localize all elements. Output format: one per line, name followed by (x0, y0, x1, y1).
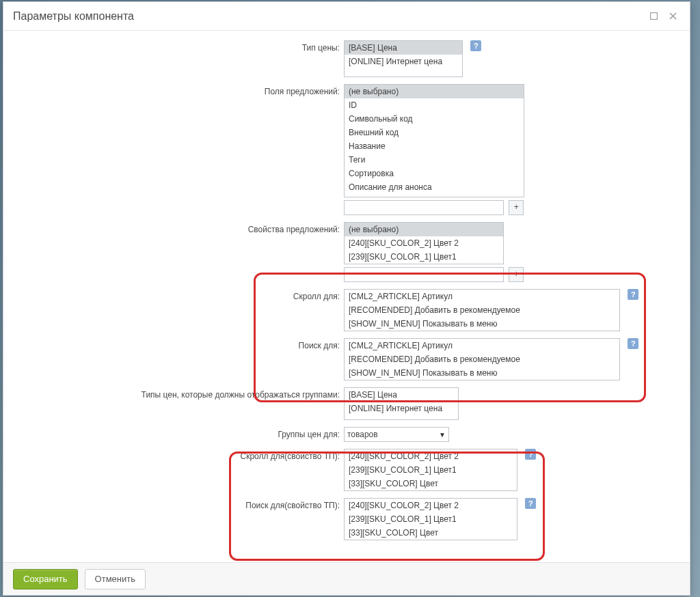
list-item[interactable]: Сортировка (345, 167, 524, 180)
label-search-for: Поиск для: (16, 337, 344, 386)
scroll-area[interactable]: Тип цены: [BASE] Цена [ONLINE] Интернет … (16, 39, 677, 562)
list-item[interactable]: [BASE] Цена (345, 388, 458, 402)
help-icon[interactable]: ? (525, 498, 536, 509)
list-item[interactable]: Теги (345, 153, 524, 167)
cancel-button[interactable]: Отменить (85, 569, 146, 589)
list-item[interactable]: [239][SKU_COLOR_1] Цвет1 (345, 512, 517, 526)
dialog: Параметры компонента Тип цены: [BASE] Це… (3, 1, 690, 596)
list-item[interactable]: [RECOMENDED] Добавить в рекомендуемое (345, 352, 619, 366)
list-item[interactable]: [CML2_ARTICKLE] Артикул (345, 290, 619, 303)
content: Тип цены: [BASE] Цена [ONLINE] Интернет … (3, 31, 690, 562)
listbox-offer-fields[interactable]: (не выбрано) ID Символьный код Внешний к… (344, 84, 524, 197)
list-item[interactable]: Описание для анонса (345, 180, 524, 194)
svg-rect-0 (650, 13, 657, 20)
list-item[interactable]: ID (345, 98, 524, 112)
list-item[interactable]: [33][SKU_COLOR] Цвет (345, 526, 517, 540)
listbox-offer-props[interactable]: (не выбрано) [240][SKU_COLOR_2] Цвет 2 [… (344, 222, 504, 264)
list-item[interactable]: Внешний код (345, 126, 524, 139)
maximize-icon[interactable] (646, 9, 661, 24)
list-item[interactable]: [SHOW_IN_MENU] Показывать в меню (345, 366, 619, 380)
list-item[interactable]: [240][SKU_COLOR_2] Цвет 2 (345, 236, 503, 250)
add-button[interactable]: + (509, 267, 524, 282)
listbox-search-for[interactable]: [CML2_ARTICKLE] Артикул [RECOMENDED] Доб… (344, 338, 620, 380)
close-icon[interactable] (665, 9, 680, 24)
label-scroll-for-tp: Скролл для(свойство ТП): (16, 447, 344, 497)
dropdown-price-groups-for[interactable]: товаров ▼ (344, 427, 449, 442)
chevron-down-icon: ▼ (439, 431, 446, 439)
list-item[interactable]: [ONLINE] Интернет цена (345, 402, 458, 415)
list-item[interactable]: Символьный код (345, 112, 524, 126)
listbox-scroll-for-tp[interactable]: [240][SKU_COLOR_2] Цвет 2 [239][SKU_COLO… (344, 449, 517, 491)
label-search-for-tp: Поиск для(свойство ТП): (16, 497, 344, 546)
dropdown-value: товаров (347, 430, 378, 439)
dialog-footer: Сохранить Отменить (3, 562, 690, 595)
listbox-scroll-for[interactable]: [CML2_ARTICKLE] Артикул [RECOMENDED] Доб… (344, 289, 620, 331)
help-icon[interactable]: ? (470, 40, 481, 51)
list-item[interactable]: (не выбрано) (345, 85, 524, 98)
listbox-search-for-tp[interactable]: [240][SKU_COLOR_2] Цвет 2 [239][SKU_COLO… (344, 498, 517, 540)
list-item[interactable]: [RECOMENDED] Добавить в рекомендуемое (345, 303, 619, 317)
list-item[interactable]: [240][SKU_COLOR_2] Цвет 2 (345, 499, 517, 512)
list-item[interactable]: [CML2_ARTICKLE] Артикул (345, 339, 619, 352)
offer-props-input[interactable] (344, 267, 504, 282)
list-item[interactable]: (не выбрано) (345, 223, 503, 236)
list-item[interactable]: [240][SKU_COLOR_2] Цвет 2 (345, 449, 517, 463)
add-button[interactable]: + (509, 200, 524, 215)
list-item[interactable]: Название (345, 139, 524, 153)
offer-fields-input[interactable] (344, 200, 504, 215)
help-icon[interactable]: ? (525, 449, 536, 460)
label-price-types-groups: Типы цен, которые должны отображаться гр… (16, 386, 344, 426)
help-icon[interactable]: ? (628, 338, 638, 349)
list-item[interactable]: [SHOW_IN_MENU] Показывать в меню (345, 317, 619, 331)
dialog-title: Параметры компонента (13, 10, 642, 23)
label-offer-fields: Поля предложений: (16, 83, 344, 221)
listbox-price-type[interactable]: [BASE] Цена [ONLINE] Интернет цена (344, 40, 463, 77)
label-price-type: Тип цены: (16, 39, 344, 83)
label-offer-props: Свойства предложений: (16, 221, 344, 288)
help-icon[interactable]: ? (628, 289, 638, 300)
label-scroll-for: Скролл для: (16, 288, 344, 337)
listbox-price-types-groups[interactable]: [BASE] Цена [ONLINE] Интернет цена (344, 387, 459, 420)
list-item[interactable]: [BASE] Цена (345, 41, 462, 55)
save-button[interactable]: Сохранить (13, 569, 78, 589)
list-item[interactable]: [33][SKU_COLOR] Цвет (345, 477, 517, 490)
list-item[interactable]: [239][SKU_COLOR_1] Цвет1 (345, 463, 517, 477)
params-form: Тип цены: [BASE] Цена [ONLINE] Интернет … (16, 39, 671, 546)
list-item[interactable]: [239][SKU_COLOR_1] Цвет1 (345, 250, 503, 264)
list-item[interactable]: [ONLINE] Интернет цена (345, 55, 462, 68)
label-price-groups-for: Группы цен для: (16, 426, 344, 447)
titlebar: Параметры компонента (3, 2, 690, 31)
